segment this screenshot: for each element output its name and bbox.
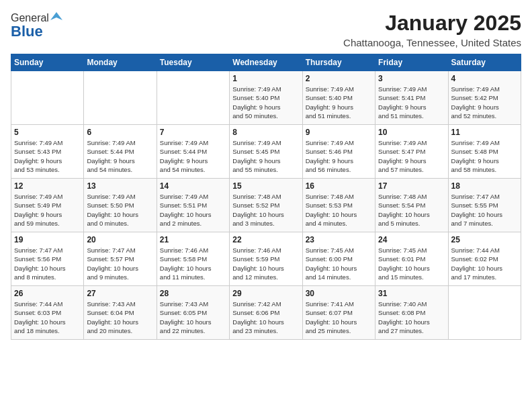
day-number: 3 <box>378 74 445 83</box>
day-number: 26 <box>14 289 81 298</box>
day-info: Sunrise: 7:49 AM Sunset: 5:47 PM Dayligh… <box>378 138 445 174</box>
day-info: Sunrise: 7:49 AM Sunset: 5:50 PM Dayligh… <box>87 192 153 228</box>
calendar-cell: 6Sunrise: 7:49 AM Sunset: 5:44 PM Daylig… <box>84 125 157 179</box>
calendar-cell: 2Sunrise: 7:49 AM Sunset: 5:40 PM Daylig… <box>302 71 375 125</box>
day-number: 30 <box>306 289 372 298</box>
location-title: Chattanooga, Tennessee, United States <box>343 37 521 48</box>
calendar-cell: 31Sunrise: 7:40 AM Sunset: 6:08 PM Dayli… <box>375 286 448 340</box>
day-info: Sunrise: 7:43 AM Sunset: 6:05 PM Dayligh… <box>160 300 226 335</box>
calendar-cell: 12Sunrise: 7:49 AM Sunset: 5:49 PM Dayli… <box>11 179 84 232</box>
day-number: 9 <box>306 128 372 137</box>
day-info: Sunrise: 7:49 AM Sunset: 5:44 PM Dayligh… <box>87 138 153 174</box>
calendar-cell: 25Sunrise: 7:44 AM Sunset: 6:02 PM Dayli… <box>448 232 521 286</box>
day-info: Sunrise: 7:49 AM Sunset: 5:45 PM Dayligh… <box>232 138 299 174</box>
calendar-cell: 16Sunrise: 7:48 AM Sunset: 5:53 PM Dayli… <box>302 179 375 232</box>
day-info: Sunrise: 7:45 AM Sunset: 6:01 PM Dayligh… <box>378 246 445 281</box>
day-info: Sunrise: 7:49 AM Sunset: 5:40 PM Dayligh… <box>232 85 299 120</box>
day-number: 22 <box>232 235 299 244</box>
day-number: 11 <box>451 128 518 137</box>
week-row-4: 19Sunrise: 7:47 AM Sunset: 5:56 PM Dayli… <box>11 232 521 286</box>
calendar-cell: 29Sunrise: 7:42 AM Sunset: 6:06 PM Dayli… <box>230 286 302 340</box>
day-info: Sunrise: 7:49 AM Sunset: 5:48 PM Dayligh… <box>451 138 518 174</box>
calendar-cell: 13Sunrise: 7:49 AM Sunset: 5:50 PM Dayli… <box>84 179 157 232</box>
day-info: Sunrise: 7:46 AM Sunset: 5:59 PM Dayligh… <box>232 246 299 281</box>
calendar-cell <box>11 71 84 125</box>
day-info: Sunrise: 7:44 AM Sunset: 6:02 PM Dayligh… <box>451 246 518 281</box>
day-info: Sunrise: 7:49 AM Sunset: 5:46 PM Dayligh… <box>306 138 372 174</box>
calendar-cell: 15Sunrise: 7:48 AM Sunset: 5:52 PM Dayli… <box>230 179 302 232</box>
calendar-cell: 28Sunrise: 7:43 AM Sunset: 6:05 PM Dayli… <box>157 286 229 340</box>
day-number: 21 <box>160 235 226 244</box>
calendar-body: 1Sunrise: 7:49 AM Sunset: 5:40 PM Daylig… <box>11 71 521 340</box>
day-info: Sunrise: 7:49 AM Sunset: 5:40 PM Dayligh… <box>306 85 372 120</box>
header-cell-friday: Friday <box>375 54 448 71</box>
svg-marker-0 <box>50 12 62 20</box>
day-number: 15 <box>232 181 299 191</box>
header-cell-tuesday: Tuesday <box>157 54 229 71</box>
day-info: Sunrise: 7:49 AM Sunset: 5:51 PM Dayligh… <box>160 192 226 228</box>
week-row-5: 26Sunrise: 7:44 AM Sunset: 6:03 PM Dayli… <box>11 286 521 340</box>
header-cell-saturday: Saturday <box>448 54 521 71</box>
calendar-cell: 9Sunrise: 7:49 AM Sunset: 5:46 PM Daylig… <box>302 125 375 179</box>
calendar-table: SundayMondayTuesdayWednesdayThursdayFrid… <box>11 54 521 340</box>
day-info: Sunrise: 7:47 AM Sunset: 5:56 PM Dayligh… <box>14 246 81 281</box>
day-info: Sunrise: 7:49 AM Sunset: 5:43 PM Dayligh… <box>14 138 81 174</box>
calendar-cell <box>448 286 521 340</box>
day-info: Sunrise: 7:49 AM Sunset: 5:42 PM Dayligh… <box>451 85 518 120</box>
day-number: 28 <box>160 289 226 298</box>
calendar-cell: 17Sunrise: 7:48 AM Sunset: 5:54 PM Dayli… <box>375 179 448 232</box>
day-info: Sunrise: 7:40 AM Sunset: 6:08 PM Dayligh… <box>378 300 445 335</box>
calendar-cell: 24Sunrise: 7:45 AM Sunset: 6:01 PM Dayli… <box>375 232 448 286</box>
day-info: Sunrise: 7:41 AM Sunset: 6:07 PM Dayligh… <box>306 300 372 335</box>
calendar-cell: 11Sunrise: 7:49 AM Sunset: 5:48 PM Dayli… <box>448 125 521 179</box>
calendar-cell: 4Sunrise: 7:49 AM Sunset: 5:42 PM Daylig… <box>448 71 521 125</box>
logo: General Blue <box>11 11 62 40</box>
logo-blue-text: Blue <box>11 23 43 40</box>
day-number: 8 <box>232 128 299 137</box>
logo-bird-icon <box>50 11 62 23</box>
calendar-cell: 21Sunrise: 7:46 AM Sunset: 5:58 PM Dayli… <box>157 232 229 286</box>
day-number: 1 <box>232 74 299 83</box>
day-number: 19 <box>14 235 81 244</box>
calendar-cell: 5Sunrise: 7:49 AM Sunset: 5:43 PM Daylig… <box>11 125 84 179</box>
calendar-cell: 3Sunrise: 7:49 AM Sunset: 5:41 PM Daylig… <box>375 71 448 125</box>
day-info: Sunrise: 7:49 AM Sunset: 5:44 PM Dayligh… <box>160 138 226 174</box>
day-info: Sunrise: 7:48 AM Sunset: 5:53 PM Dayligh… <box>306 192 372 228</box>
day-number: 25 <box>451 235 518 244</box>
day-number: 12 <box>14 181 81 191</box>
day-info: Sunrise: 7:47 AM Sunset: 5:55 PM Dayligh… <box>451 192 518 228</box>
calendar-cell: 10Sunrise: 7:49 AM Sunset: 5:47 PM Dayli… <box>375 125 448 179</box>
day-number: 24 <box>378 235 445 244</box>
title-area: January 2025 Chattanooga, Tennessee, Uni… <box>343 11 521 48</box>
day-number: 5 <box>14 128 81 137</box>
calendar-cell <box>84 71 157 125</box>
calendar-cell: 18Sunrise: 7:47 AM Sunset: 5:55 PM Dayli… <box>448 179 521 232</box>
day-number: 23 <box>306 235 372 244</box>
day-info: Sunrise: 7:47 AM Sunset: 5:57 PM Dayligh… <box>87 246 153 281</box>
day-info: Sunrise: 7:42 AM Sunset: 6:06 PM Dayligh… <box>232 300 299 335</box>
header: General Blue January 2025 Chattanooga, T… <box>11 11 521 48</box>
day-info: Sunrise: 7:43 AM Sunset: 6:04 PM Dayligh… <box>87 300 153 335</box>
calendar-cell: 23Sunrise: 7:45 AM Sunset: 6:00 PM Dayli… <box>302 232 375 286</box>
calendar-cell: 26Sunrise: 7:44 AM Sunset: 6:03 PM Dayli… <box>11 286 84 340</box>
calendar-cell <box>157 71 229 125</box>
day-info: Sunrise: 7:44 AM Sunset: 6:03 PM Dayligh… <box>14 300 81 335</box>
day-info: Sunrise: 7:45 AM Sunset: 6:00 PM Dayligh… <box>306 246 372 281</box>
day-number: 10 <box>378 128 445 137</box>
day-number: 17 <box>378 181 445 191</box>
header-cell-wednesday: Wednesday <box>230 54 302 71</box>
week-row-1: 1Sunrise: 7:49 AM Sunset: 5:40 PM Daylig… <box>11 71 521 125</box>
header-cell-sunday: Sunday <box>11 54 84 71</box>
day-info: Sunrise: 7:49 AM Sunset: 5:41 PM Dayligh… <box>378 85 445 120</box>
day-info: Sunrise: 7:46 AM Sunset: 5:58 PM Dayligh… <box>160 246 226 281</box>
calendar-cell: 8Sunrise: 7:49 AM Sunset: 5:45 PM Daylig… <box>230 125 302 179</box>
calendar-cell: 22Sunrise: 7:46 AM Sunset: 5:59 PM Dayli… <box>230 232 302 286</box>
calendar-header-row: SundayMondayTuesdayWednesdayThursdayFrid… <box>11 54 521 71</box>
day-number: 13 <box>87 181 153 191</box>
calendar-cell: 19Sunrise: 7:47 AM Sunset: 5:56 PM Dayli… <box>11 232 84 286</box>
day-number: 31 <box>378 289 445 298</box>
month-title: January 2025 <box>343 11 521 36</box>
calendar-cell: 30Sunrise: 7:41 AM Sunset: 6:07 PM Dayli… <box>302 286 375 340</box>
calendar-cell: 14Sunrise: 7:49 AM Sunset: 5:51 PM Dayli… <box>157 179 229 232</box>
header-cell-thursday: Thursday <box>302 54 375 71</box>
